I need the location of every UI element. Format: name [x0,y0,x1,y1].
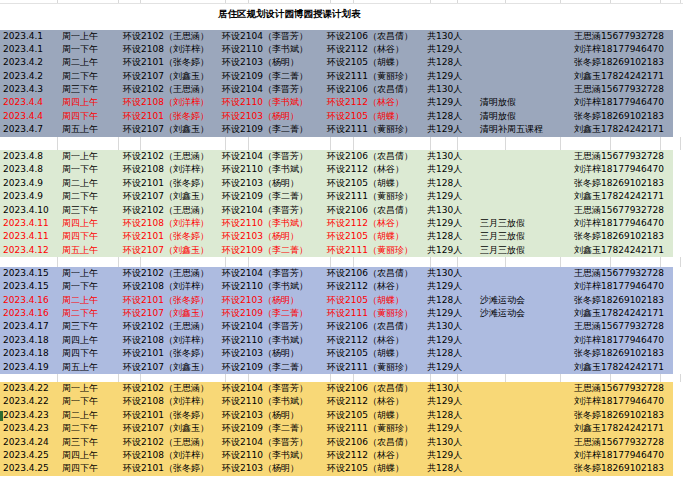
cell-headcount[interactable]: 共129人 [427,395,480,408]
cell-headcount[interactable]: 共129人 [427,280,480,293]
cell-class-3[interactable]: 环设2111（黄丽珍） [327,307,427,320]
cell-session[interactable]: 周三下午 [59,204,119,217]
cell-date[interactable]: 2023.4.18 [0,347,59,360]
cell-class-3[interactable]: 环设2106（农昌倩） [327,83,427,96]
cell-class-2[interactable]: 环设2109（李二菁） [222,307,327,320]
cell-contact[interactable]: 王思涵15677932728 [574,382,673,395]
cell-date[interactable]: 2023.4.23 [0,422,59,435]
cell-class-1[interactable]: 环设2108（刘洋梓） [119,217,222,230]
cell-class-3[interactable]: 环设2105（胡蝶） [327,462,427,475]
cell-class-1[interactable]: 环设2107（刘鑫玉） [119,244,222,257]
cell-class-2[interactable]: 环设2109（李二菁） [222,422,327,435]
cell-class-2[interactable]: 环设2104（李晋芳） [222,30,327,43]
cell-date[interactable]: 2023.4.12 [0,244,59,257]
cell-session[interactable]: 周二上午 [59,294,119,307]
cell-headcount[interactable]: 共130人 [427,382,480,395]
cell-session[interactable]: 周二下午 [59,70,119,83]
cell-contact[interactable]: 刘鑫玉17824242171 [574,190,673,203]
cell-session[interactable]: 周四上午 [59,217,119,230]
cell-session[interactable]: 周一下午 [59,395,119,408]
cell-session[interactable]: 周四上午 [59,449,119,462]
cell-class-1[interactable]: 环设2108（刘洋梓） [119,395,222,408]
cell-note[interactable] [480,150,574,163]
cell-class-3[interactable]: 环设2111（黄丽珍） [327,70,427,83]
cell-class-3[interactable]: 环设2112（林谷） [327,334,427,347]
cell-session[interactable]: 周四下午 [59,230,119,243]
cell-contact[interactable]: 张冬婷18269102183 [574,347,673,360]
cell-date[interactable]: 2023.4.15 [0,267,59,280]
cell-headcount[interactable]: 共129人 [427,217,480,230]
cell-contact[interactable]: 刘鑫玉17824242171 [574,123,673,136]
cell-contact[interactable]: 张冬婷18269102183 [574,462,673,475]
cell-contact[interactable]: 王思涵15677932728 [574,30,673,43]
cell-class-2[interactable]: 环设2110（李书斌） [222,43,327,56]
cell-class-3[interactable]: 环设2105（胡蝶） [327,409,427,422]
cell-class-1[interactable]: 环设2108（刘洋梓） [119,43,222,56]
cell-contact[interactable]: 刘洋梓18177946470 [574,449,673,462]
cell-contact[interactable]: 刘洋梓18177946470 [574,395,673,408]
cell-class-1[interactable]: 环设2101（张冬婷） [119,294,222,307]
cell-date[interactable]: 2023.4.9 [0,177,59,190]
cell-note[interactable] [480,334,574,347]
cell-headcount[interactable]: 共128人 [427,230,480,243]
cell-class-2[interactable]: 环设2109（李二菁） [222,70,327,83]
cell-note[interactable] [480,204,574,217]
cell-class-2[interactable]: 环设2103（杨明） [222,56,327,69]
cell-class-2[interactable]: 环设2103（杨明） [222,462,327,475]
cell-class-1[interactable]: 环设2102（王思涵） [119,320,222,333]
cell-contact[interactable]: 王思涵15677932728 [574,204,673,217]
cell-date[interactable]: 2023.4.2 [0,56,59,69]
cell-date[interactable]: 2023.4.3 [0,83,59,96]
cell-session[interactable]: 周五上午 [59,244,119,257]
cell-note[interactable]: 清明放假 [480,110,574,123]
cell-date[interactable]: 2023.4.7 [0,123,59,136]
cell-session[interactable]: 周二上午 [59,56,119,69]
cell-class-1[interactable]: 环设2108（刘洋梓） [119,334,222,347]
cell-class-3[interactable]: 环设2105（胡蝶） [327,294,427,307]
cell-note[interactable] [480,280,574,293]
cell-date[interactable]: 2023.4.17 [0,320,59,333]
cell-class-1[interactable]: 环设2107（刘鑫玉） [119,190,222,203]
cell-class-2[interactable]: 环设2104（李晋芳） [222,320,327,333]
cell-session[interactable]: 周五上午 [59,361,119,374]
cell-date[interactable]: 2023.4.19 [0,361,59,374]
cell-class-3[interactable]: 环设2105（胡蝶） [327,347,427,360]
cell-date[interactable]: 2023.4.4 [0,96,59,109]
cell-session[interactable]: 周三下午 [59,320,119,333]
cell-class-2[interactable]: 环设2110（李书斌） [222,449,327,462]
cell-class-3[interactable]: 环设2111（黄丽珍） [327,190,427,203]
cell-contact[interactable]: 刘洋梓18177946470 [574,163,673,176]
cell-class-2[interactable]: 环设2103（杨明） [222,347,327,360]
cell-class-3[interactable]: 环设2105（胡蝶） [327,110,427,123]
cell-class-1[interactable]: 环设2102（王思涵） [119,83,222,96]
cell-headcount[interactable]: 共130人 [427,320,480,333]
cell-class-1[interactable]: 环设2101（张冬婷） [119,230,222,243]
cell-class-2[interactable]: 环设2103（杨明） [222,110,327,123]
cell-contact[interactable]: 张冬婷18269102183 [574,409,673,422]
cell-class-2[interactable]: 环设2104（李晋芳） [222,436,327,449]
cell-date[interactable]: 2023.4.1 [0,43,59,56]
cell-class-1[interactable]: 环设2101（张冬婷） [119,56,222,69]
cell-note[interactable] [480,70,574,83]
cell-session[interactable]: 周四下午 [59,110,119,123]
cell-class-3[interactable]: 环设2111（黄丽珍） [327,123,427,136]
cell-date[interactable]: 2023.4.22 [0,395,59,408]
cell-class-2[interactable]: 环设2109（李二菁） [222,244,327,257]
cell-date[interactable]: 2023.4.2 [0,70,59,83]
cell-class-2[interactable]: 环设2110（李书斌） [222,217,327,230]
cell-headcount[interactable]: 共129人 [427,334,480,347]
cell-date[interactable]: 2023.4.4 [0,110,59,123]
cell-class-3[interactable]: 环设2106（农昌倩） [327,30,427,43]
cell-headcount[interactable]: 共129人 [427,422,480,435]
cell-class-1[interactable]: 环设2101（张冬婷） [119,110,222,123]
cell-headcount[interactable]: 共129人 [427,163,480,176]
cell-contact[interactable]: 王思涵15677932728 [574,320,673,333]
cell-class-2[interactable]: 环设2104（李晋芳） [222,204,327,217]
cell-note[interactable] [480,56,574,69]
cell-date[interactable]: 2023.4.9 [0,190,59,203]
cell-session[interactable]: 周二下午 [59,422,119,435]
cell-session[interactable]: 周三下午 [59,436,119,449]
cell-session[interactable]: 周一上午 [59,267,119,280]
cell-contact[interactable]: 张冬婷18269102183 [574,294,673,307]
cell-class-1[interactable]: 环设2107（刘鑫玉） [119,70,222,83]
